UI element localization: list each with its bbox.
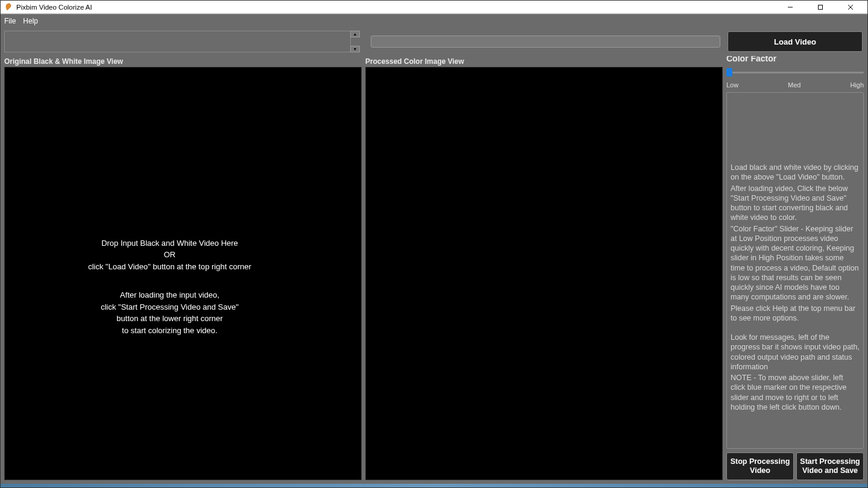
slider-thumb[interactable]	[726, 68, 732, 77]
main-area: Original Black & White Image View Drop I…	[1, 56, 867, 484]
info-paragraph: Please click Help at the top menu bar to…	[731, 304, 860, 324]
original-view-column: Original Black & White Image View Drop I…	[4, 56, 362, 480]
info-paragraph: Look for messages, left of the progress …	[731, 333, 860, 372]
frame-spinner-buttons: ▲ ▼	[350, 31, 360, 52]
progress-wrap	[371, 36, 720, 48]
original-view-dropzone[interactable]: Drop Input Black and White Video Here OR…	[4, 67, 362, 480]
frame-spinner-input[interactable]	[4, 31, 351, 52]
dropzone-line: click "Start Processing Video and Save"	[88, 301, 251, 313]
menu-help[interactable]: Help	[23, 17, 38, 25]
color-factor-slider[interactable]	[726, 68, 864, 77]
slider-label-high: High	[850, 81, 864, 89]
svg-rect-1	[819, 5, 823, 9]
menu-file[interactable]: File	[4, 17, 16, 25]
processed-view-box	[365, 67, 723, 480]
info-paragraph: Load black and white video by clicking o…	[731, 163, 860, 183]
window-title: Pixbim Video Colorize AI	[16, 4, 781, 11]
status-strip	[1, 484, 867, 487]
right-panel: Color Factor Low Med High Load black and…	[726, 56, 864, 480]
top-controls: ▲ ▼ Load Video	[1, 27, 867, 56]
info-box: Load black and white video by clicking o…	[726, 92, 864, 449]
minimize-button[interactable]	[781, 1, 800, 13]
dropzone-instructions: Drop Input Black and White Video Here OR…	[88, 237, 251, 337]
frame-spinner[interactable]: ▲ ▼	[4, 31, 360, 52]
menubar: File Help	[1, 14, 867, 27]
slider-labels: Low Med High	[726, 81, 864, 89]
close-button[interactable]	[841, 1, 860, 13]
slider-label-low: Low	[726, 81, 738, 89]
load-video-button[interactable]: Load Video	[728, 31, 863, 52]
dropzone-line: click "Load Video" button at the top rig…	[88, 261, 251, 273]
dropzone-line: OR	[88, 249, 251, 261]
dropzone-line: After loading the input video,	[88, 289, 251, 301]
processed-view-column: Processed Color Image View	[365, 56, 723, 480]
info-paragraph: "Color Factor" Slider - Keeping slider a…	[731, 224, 860, 302]
slider-label-med: Med	[788, 81, 800, 89]
spinner-up-button[interactable]: ▲	[350, 31, 360, 37]
bottom-buttons: Stop ProcessingVideo Start ProcessingVid…	[726, 452, 864, 480]
views-wrap: Original Black & White Image View Drop I…	[4, 56, 723, 480]
info-paragraph: After loading video, Click the below "St…	[731, 184, 860, 223]
dropzone-line: button at the lower right corner	[88, 313, 251, 325]
app-icon	[4, 3, 13, 11]
stop-processing-button[interactable]: Stop ProcessingVideo	[726, 452, 794, 480]
spinner-down-button[interactable]: ▼	[350, 46, 360, 52]
titlebar: Pixbim Video Colorize AI	[1, 1, 867, 14]
color-factor-label: Color Factor	[726, 56, 864, 63]
dropzone-line: to start colorizing the video.	[88, 325, 251, 337]
processed-view-label: Processed Color Image View	[365, 56, 723, 67]
slider-track	[726, 72, 864, 74]
original-view-label: Original Black & White Image View	[4, 56, 362, 67]
dropzone-line: Drop Input Black and White Video Here	[88, 237, 251, 249]
start-processing-button[interactable]: Start ProcessingVideo and Save	[796, 452, 864, 480]
info-paragraph: NOTE - To move above slider, left click …	[731, 373, 860, 412]
window-controls	[781, 1, 860, 13]
maximize-button[interactable]	[811, 1, 830, 13]
progress-bar	[371, 36, 720, 48]
